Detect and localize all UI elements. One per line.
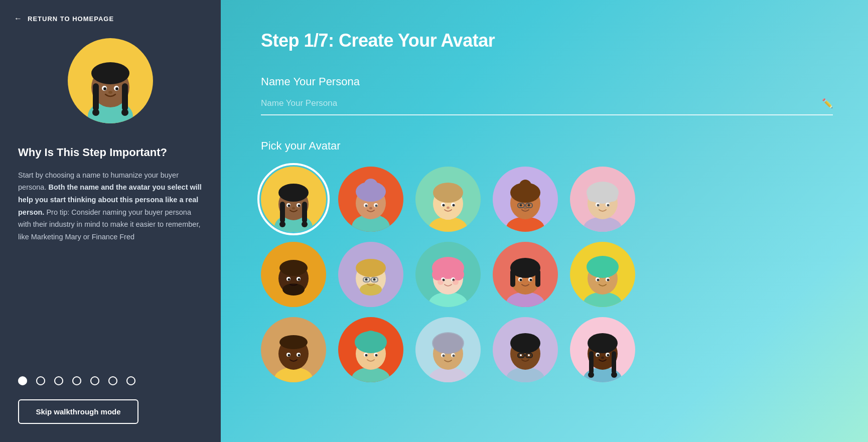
step-dot-2[interactable] <box>36 376 45 385</box>
avatar-item-7[interactable] <box>338 242 403 307</box>
svg-point-91 <box>433 263 443 273</box>
svg-rect-160 <box>589 351 594 374</box>
avatar-svg-5 <box>570 167 635 232</box>
svg-rect-4 <box>93 83 99 111</box>
step-dot-4[interactable] <box>72 376 81 385</box>
edit-icon: ✏️ <box>822 98 833 109</box>
avatar-item-1[interactable] <box>261 167 326 232</box>
svg-point-166 <box>597 354 600 357</box>
sidebar-avatar-container <box>0 33 221 135</box>
avatar-svg-6 <box>261 242 326 307</box>
svg-point-126 <box>298 354 301 357</box>
svg-point-136 <box>365 354 368 357</box>
avatar-item-5[interactable] <box>570 167 635 232</box>
back-nav-label: RETURN TO HOMEPAGE <box>28 15 114 23</box>
avatar-item-11[interactable] <box>261 317 326 382</box>
avatar-item-3[interactable] <box>415 167 481 232</box>
svg-point-20 <box>302 221 308 227</box>
avatar-item-13[interactable] <box>415 317 481 382</box>
avatar-svg-13 <box>415 317 481 382</box>
svg-point-167 <box>607 354 610 357</box>
avatar-svg-9 <box>493 242 558 307</box>
svg-point-24 <box>298 205 301 207</box>
persona-name-input[interactable] <box>261 96 818 110</box>
svg-point-65 <box>607 204 610 207</box>
back-arrow-icon: ← <box>14 14 23 23</box>
avatar-item-6[interactable] <box>261 242 326 307</box>
svg-point-114 <box>597 257 609 269</box>
avatar-item-8[interactable] <box>415 242 481 307</box>
svg-point-3 <box>91 62 129 84</box>
avatars-grid <box>261 167 833 382</box>
step-dot-3[interactable] <box>54 376 63 385</box>
avatar-item-2[interactable] <box>338 167 403 232</box>
avatar-svg-2 <box>338 167 403 232</box>
avatar-svg-1 <box>261 167 326 232</box>
svg-point-168 <box>601 357 604 359</box>
main-content: Step 1/7: Create Your Avatar Name Your P… <box>221 0 868 442</box>
back-nav[interactable]: ← RETURN TO HOMEPAGE <box>0 0 221 33</box>
svg-point-84 <box>373 278 376 281</box>
dots-row <box>18 376 203 385</box>
svg-rect-5 <box>122 83 128 111</box>
svg-point-96 <box>438 279 444 285</box>
avatar-item-4[interactable] <box>493 167 558 232</box>
svg-point-117 <box>597 279 600 281</box>
svg-point-30 <box>364 179 378 193</box>
svg-point-23 <box>288 205 291 207</box>
svg-rect-18 <box>302 202 307 223</box>
avatar-svg-4 <box>493 167 558 232</box>
svg-point-107 <box>530 279 532 281</box>
svg-point-35 <box>369 207 372 210</box>
svg-point-69 <box>279 260 308 276</box>
avatar-item-9[interactable] <box>493 242 558 307</box>
svg-point-162 <box>588 372 594 378</box>
svg-point-11 <box>115 87 118 90</box>
step-title: Step 1/7: Create Your Avatar <box>261 30 833 51</box>
svg-point-106 <box>520 279 522 281</box>
svg-point-19 <box>279 221 285 227</box>
avatar-item-14[interactable] <box>493 317 558 382</box>
step-dot-6[interactable] <box>108 376 117 385</box>
svg-rect-103 <box>535 269 540 287</box>
svg-point-16 <box>278 184 309 202</box>
avatar-item-15[interactable] <box>570 317 635 382</box>
svg-point-61 <box>608 192 618 202</box>
avatar-item-10[interactable] <box>570 242 635 307</box>
svg-rect-17 <box>280 202 285 223</box>
avatar-item-12[interactable] <box>338 317 403 382</box>
step-dot-1[interactable] <box>18 376 27 385</box>
svg-point-125 <box>288 354 291 357</box>
avatar-svg-12 <box>338 317 403 382</box>
svg-point-49 <box>519 180 531 192</box>
avatar-svg-11 <box>261 317 326 382</box>
svg-point-146 <box>453 355 455 357</box>
sidebar-content: Why Is This Step Important? Start by cho… <box>0 135 221 364</box>
svg-point-133 <box>364 331 377 344</box>
svg-point-6 <box>92 109 99 116</box>
svg-point-155 <box>528 354 530 356</box>
step-dot-5[interactable] <box>90 376 99 385</box>
svg-point-74 <box>298 278 301 281</box>
svg-point-10 <box>103 87 106 90</box>
avatar-svg-14 <box>493 317 558 382</box>
svg-point-55 <box>524 207 527 210</box>
persona-section-label: Name Your Persona <box>261 75 833 88</box>
svg-point-25 <box>292 207 295 210</box>
skip-walkthrough-button[interactable]: Skip walkthrough mode <box>18 399 138 424</box>
svg-point-145 <box>443 355 445 357</box>
sidebar: ← RETURN TO HOMEPAGE <box>0 0 221 442</box>
svg-point-73 <box>288 278 291 281</box>
avatar-svg-10 <box>570 242 635 307</box>
svg-point-64 <box>597 204 600 207</box>
svg-rect-161 <box>612 351 616 374</box>
svg-point-44 <box>447 207 450 209</box>
sidebar-main-avatar <box>68 38 153 123</box>
svg-point-150 <box>510 333 540 353</box>
step-dot-7[interactable] <box>126 376 135 385</box>
avatar-svg-7 <box>338 242 403 307</box>
avatar-svg-8 <box>415 242 481 307</box>
avatar-svg-15 <box>570 317 635 382</box>
svg-point-97 <box>453 279 459 285</box>
svg-rect-102 <box>510 269 515 287</box>
